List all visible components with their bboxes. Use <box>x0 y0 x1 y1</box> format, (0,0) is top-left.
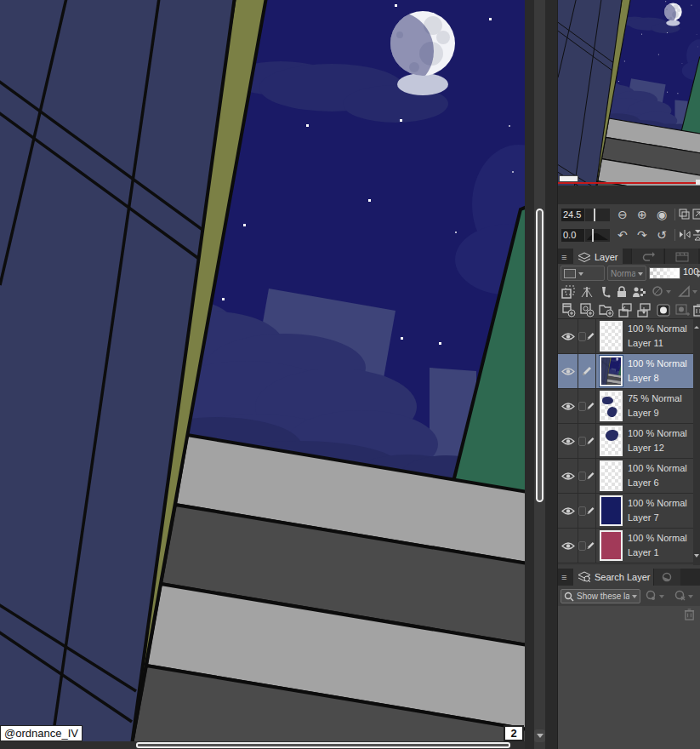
flip-horizontal-icon[interactable] <box>679 229 691 240</box>
rotation-reset-icon[interactable]: ↺ <box>657 228 667 242</box>
apply-mask-icon[interactable] <box>675 303 690 317</box>
fit-to-window-icon[interactable] <box>679 209 690 220</box>
rotation-slider[interactable] <box>585 229 610 242</box>
ruler-range-dropdown[interactable] <box>678 285 697 298</box>
layer-edit-target-cell[interactable] <box>578 494 596 528</box>
blend-mode-dropdown[interactable]: Normal <box>607 266 646 281</box>
lock-layer-icon[interactable] <box>616 285 628 299</box>
layer-checkbox[interactable] <box>578 332 586 341</box>
layer-visibility-cell[interactable] <box>558 494 578 528</box>
list-scroll-down-icon[interactable] <box>694 554 699 560</box>
layer-thumbnail[interactable] <box>600 460 623 491</box>
layer-thumbnail[interactable] <box>600 495 623 526</box>
zoom-value[interactable]: 24.5 <box>561 209 584 221</box>
layer-checkbox[interactable] <box>578 506 586 516</box>
layer-edit-target-cell[interactable] <box>578 529 596 563</box>
opacity-slider[interactable] <box>649 267 680 279</box>
layer-row[interactable]: 100 % Normal Layer 1 <box>558 529 693 563</box>
hscroll-thumb[interactable] <box>136 742 510 748</box>
layer-checkbox[interactable] <box>578 541 586 551</box>
zoom-slider[interactable] <box>585 209 610 221</box>
search-trash-icon[interactable] <box>684 608 695 620</box>
zoom-out-icon[interactable]: ⊖ <box>617 208 628 221</box>
layer-visibility-cell[interactable] <box>558 529 578 563</box>
layer-visibility-cell[interactable] <box>558 459 578 493</box>
layer-thumbnail-cell[interactable] <box>596 319 625 353</box>
fullscreen-icon[interactable] <box>692 209 700 220</box>
layer-info[interactable]: 75 % Normal Layer 9 <box>625 389 693 423</box>
layer-thumbnail-cell[interactable] <box>596 529 625 563</box>
rotation-value[interactable]: 0.0 <box>561 229 584 242</box>
tab-timeline[interactable] <box>664 249 698 266</box>
transfer-to-lower-layer-icon[interactable] <box>618 303 633 317</box>
search-menu-icon[interactable]: ≡ <box>561 572 571 582</box>
layer-thumbnail-cell[interactable] <box>596 424 625 458</box>
tab-search-alt[interactable] <box>653 569 680 586</box>
layer-edit-target-cell[interactable] <box>578 319 596 353</box>
select-searched-dropdown[interactable] <box>645 589 664 603</box>
layer-row[interactable]: 75 % Normal Layer 9 <box>558 389 693 424</box>
rotate-cw-icon[interactable]: ↷ <box>637 228 647 242</box>
create-layer-mask-icon[interactable] <box>657 303 671 317</box>
canvas-artwork[interactable] <box>0 0 525 741</box>
zoom-reset-icon[interactable]: ◉ <box>657 208 667 221</box>
layer-info[interactable]: 100 % Normal Layer 7 <box>625 494 693 528</box>
layer-thumbnail[interactable] <box>600 356 623 386</box>
lock-transparent-pixels-icon[interactable] <box>631 285 646 299</box>
layer-row[interactable]: 100 % Normal Layer 7 <box>558 494 693 529</box>
layer-edit-target-cell[interactable] <box>578 424 596 458</box>
layer-edit-target-cell[interactable] <box>578 459 596 493</box>
layer-thumbnail-cell[interactable] <box>596 354 625 388</box>
list-scroll-up-icon[interactable] <box>694 323 699 329</box>
pen-settings-icon[interactable] <box>599 285 612 299</box>
navigator-frame-handle[interactable] <box>696 180 700 185</box>
canvas-horizontal-scrollbar[interactable] <box>0 741 525 749</box>
layer-visibility-cell[interactable] <box>558 319 578 353</box>
layer-info[interactable]: 100 % Normal Layer 11 <box>625 319 693 353</box>
layer-visibility-cell[interactable] <box>558 354 578 388</box>
delete-layer-icon[interactable] <box>692 303 700 317</box>
new-raster-layer-icon[interactable] <box>561 303 576 317</box>
navigator-view-frame[interactable] <box>558 182 700 184</box>
search-filter-dropdown[interactable]: Show these la <box>561 589 640 603</box>
tab-layer[interactable]: Layer <box>573 249 623 266</box>
layer-visibility-cell[interactable] <box>558 389 578 423</box>
layer-visibility-cell[interactable] <box>558 424 578 458</box>
layer-thumbnail[interactable] <box>600 530 623 561</box>
layer-edit-target-cell[interactable] <box>578 354 596 388</box>
canvas-vertical-scrollbar[interactable] <box>534 0 545 749</box>
draft-layer-icon[interactable] <box>580 285 594 299</box>
rotate-ccw-icon[interactable]: ↶ <box>617 228 628 242</box>
new-vector-layer-icon[interactable] <box>580 303 595 317</box>
layer-checkbox[interactable] <box>578 437 586 446</box>
layer-thumbnail-cell[interactable] <box>596 459 625 493</box>
vscroll-thumb[interactable] <box>536 209 543 502</box>
reference-layer-dropdown[interactable] <box>652 285 671 298</box>
zoom-in-icon[interactable]: ⊕ <box>637 208 647 221</box>
layer-list-scrollbar[interactable] <box>693 319 700 565</box>
layer-checkbox[interactable] <box>578 472 586 481</box>
layer-edit-target-cell[interactable] <box>578 389 596 423</box>
layer-info[interactable]: 100 % Normal Layer 6 <box>625 459 693 493</box>
new-folder-icon[interactable] <box>599 303 614 317</box>
layer-thumbnail-cell[interactable] <box>596 494 625 528</box>
tab-layer-comp[interactable] <box>631 249 663 266</box>
navigator-preview[interactable] <box>558 0 700 186</box>
deselect-searched-dropdown[interactable] <box>674 589 693 603</box>
layer-row[interactable]: 100 % Normal Layer 8 <box>558 354 693 389</box>
layer-menu-icon[interactable]: ≡ <box>561 252 571 262</box>
opacity-spinner[interactable] <box>696 266 700 280</box>
merge-with-lower-layer-icon[interactable] <box>637 303 652 317</box>
palette-color-dropdown[interactable] <box>561 266 605 281</box>
layer-info[interactable]: 100 % Normal Layer 12 <box>625 424 693 458</box>
layer-thumbnail[interactable] <box>600 391 623 421</box>
layer-thumbnail[interactable] <box>600 426 623 456</box>
vscroll-down-button[interactable] <box>534 729 545 742</box>
tab-search-layer[interactable]: Search Layer <box>573 569 654 586</box>
layer-thumbnail[interactable] <box>600 321 623 352</box>
layer-info[interactable]: 100 % Normal Layer 1 <box>625 529 693 563</box>
canvas-viewport[interactable]: @ordnance_IV 2 <box>0 0 525 741</box>
flip-vertical-icon[interactable] <box>692 229 700 241</box>
layer-thumbnail-cell[interactable] <box>596 389 625 423</box>
layer-row[interactable]: 100 % Normal Layer 6 <box>558 459 693 494</box>
